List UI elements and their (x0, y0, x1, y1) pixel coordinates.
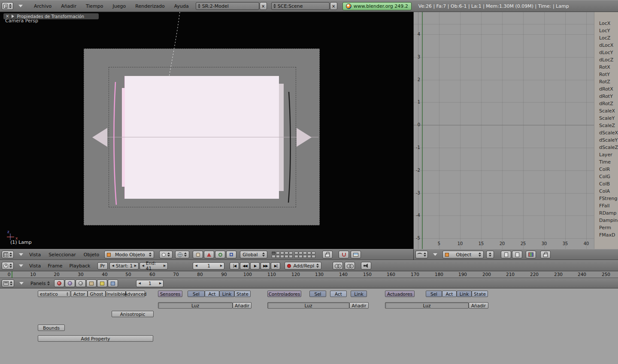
manipulator-scale-button[interactable] (226, 251, 236, 258)
channel-dlocz[interactable]: dLocZ (594, 56, 618, 64)
end-frame-stepper[interactable]: ◀ End: 41 ▶ (139, 262, 168, 270)
channel-colr[interactable]: ColR (594, 166, 618, 173)
layer-12[interactable] (276, 255, 280, 258)
channel-drotx[interactable]: dRotX (594, 85, 618, 93)
scene-context-button[interactable] (108, 279, 118, 287)
controladores-act-toggle[interactable]: Act (330, 291, 347, 297)
channel-droty[interactable]: dRotY (594, 93, 618, 100)
record-mode-selector[interactable]: Add/Repl (285, 262, 321, 270)
menu-anadir[interactable]: Añadir (61, 3, 76, 9)
blender-version-button[interactable]: www.blender.org 249.2 (342, 2, 412, 10)
channel-fmaxd[interactable]: FMaxD (594, 231, 618, 239)
shading-context-button[interactable] (76, 279, 86, 287)
channel-drotz[interactable]: dRotZ (594, 100, 618, 107)
timeline-window-type-selector[interactable] (2, 262, 14, 270)
controladores-sel-toggle[interactable]: Sel (309, 291, 326, 297)
channel-perm[interactable]: Perm (594, 224, 618, 231)
sensores-link-toggle[interactable]: Link (219, 291, 234, 297)
panel-expand-icon[interactable] (12, 15, 14, 18)
step-left-icon[interactable]: ◀ (142, 264, 144, 267)
manipulator-translate-button[interactable] (204, 251, 214, 258)
menu-objeto[interactable]: Objeto (84, 252, 100, 258)
actuadores-object-field[interactable]: Luz (385, 302, 469, 309)
physics-type-selector[interactable]: estatico (38, 291, 70, 297)
step-right-icon[interactable]: ▶ (220, 264, 222, 267)
step-right-icon[interactable]: ▶ (134, 264, 136, 267)
ipo-current-frame-line[interactable] (422, 12, 423, 249)
layer-19[interactable] (307, 255, 311, 258)
menu-frame[interactable]: Frame (48, 263, 62, 269)
channel-layer[interactable]: Layer (594, 151, 618, 158)
previous-frame-button[interactable]: ◀◀ (240, 262, 249, 270)
channel-locy[interactable]: LocY (594, 27, 618, 34)
step-left-icon[interactable]: ◀ (138, 282, 140, 285)
menu-juego[interactable]: Juego (113, 3, 126, 9)
channel-rotx[interactable]: RotX (594, 64, 618, 71)
buttons-window-type-selector[interactable] (2, 279, 14, 287)
sensores-header-button[interactable]: Sensores (158, 291, 182, 297)
step-left-icon[interactable]: ◀ (195, 264, 197, 267)
invisible-toggle[interactable]: Invisible (106, 291, 126, 297)
menu-collapse-icon[interactable] (433, 253, 437, 256)
channel-scaley[interactable]: ScaleY (594, 115, 618, 122)
ipo-lock-button[interactable] (540, 251, 551, 258)
menu-ayuda[interactable]: Ayuda (174, 3, 189, 9)
menu-vista-timeline[interactable]: Vista (29, 263, 41, 269)
layer-15[interactable] (289, 255, 293, 258)
anisotropic-toggle[interactable]: Anisotropic (112, 311, 154, 317)
layer-4[interactable] (285, 252, 288, 255)
add-property-button[interactable]: Add Property (38, 335, 153, 342)
channel-roty[interactable]: RotY (594, 71, 618, 78)
panels-menu[interactable]: Panels (30, 281, 50, 286)
actuadores-link-toggle[interactable]: Link (457, 291, 472, 297)
mode-selector[interactable]: Modo Objeto (104, 251, 154, 258)
layer-5[interactable] (289, 252, 293, 255)
channel-dscalez[interactable]: dScaleZ (594, 144, 618, 151)
actor-toggle[interactable]: Actor (71, 291, 88, 297)
ghost-toggle[interactable]: Ghost (88, 291, 106, 297)
layer-13[interactable] (280, 255, 284, 258)
layer-6[interactable] (294, 252, 298, 255)
layer-8[interactable] (303, 252, 307, 255)
play-button[interactable]: ▶ (250, 262, 260, 270)
paste-ipo-button[interactable] (512, 251, 522, 258)
copy-ipo-button[interactable] (501, 251, 511, 258)
channel-ffall[interactable]: FFall (594, 202, 618, 209)
manipulator-rotate-button[interactable] (215, 251, 225, 258)
draw-type-selector[interactable] (159, 251, 173, 258)
screen-selector-close-button[interactable]: × (260, 2, 267, 10)
render-preview-button[interactable] (351, 251, 361, 258)
channel-locx[interactable]: LocX (594, 20, 618, 27)
ipo-type-selector[interactable]: Object (442, 251, 484, 258)
actuadores-add-button[interactable]: Añadir (469, 302, 488, 309)
ipo-grid[interactable] (414, 12, 594, 249)
buttons-frame-stepper[interactable]: ◀ 1 ▶ (136, 280, 164, 287)
screen-selector[interactable]: SR:2-Model (196, 2, 259, 10)
channel-colg[interactable]: ColG (594, 173, 618, 180)
view3d-window-type-selector[interactable] (2, 251, 14, 258)
controladores-link-toggle[interactable]: Link (351, 291, 367, 297)
logic-panel[interactable]: estatico Actor Ghost Invisible Advanced … (0, 288, 618, 364)
layer-3[interactable] (280, 252, 284, 255)
channel-dlocx[interactable]: dLocX (594, 42, 618, 49)
layer-18[interactable] (303, 255, 307, 258)
channel-scalex[interactable]: ScaleX (594, 107, 618, 115)
channel-cola[interactable]: ColA (594, 188, 618, 195)
channel-damping[interactable]: Damping (594, 217, 618, 224)
object-context-button[interactable] (86, 279, 97, 287)
channel-dscalex[interactable]: dScaleX (594, 129, 618, 136)
sync-playback-button[interactable] (333, 262, 343, 270)
preview-range-button[interactable]: Pr (97, 262, 108, 270)
step-left-icon[interactable]: ◀ (112, 264, 114, 267)
channel-dlocy[interactable]: dLocY (594, 49, 618, 56)
script-context-button[interactable] (65, 279, 75, 287)
actuadores-act-toggle[interactable]: Act (442, 291, 457, 297)
layer-17[interactable] (299, 255, 303, 258)
ipo-editor[interactable]: 4 3 2 1 0 -1 -2 -3 -4 -5 5 10 15 20 25 3… (413, 12, 618, 249)
menu-collapse-icon[interactable] (18, 5, 23, 7)
menu-collapse-icon[interactable] (19, 282, 24, 285)
ipo-block-selector[interactable] (486, 251, 494, 258)
pivot-selector[interactable] (175, 251, 189, 258)
sensores-act-toggle[interactable]: Act (205, 291, 219, 297)
layer-2[interactable] (276, 252, 280, 255)
